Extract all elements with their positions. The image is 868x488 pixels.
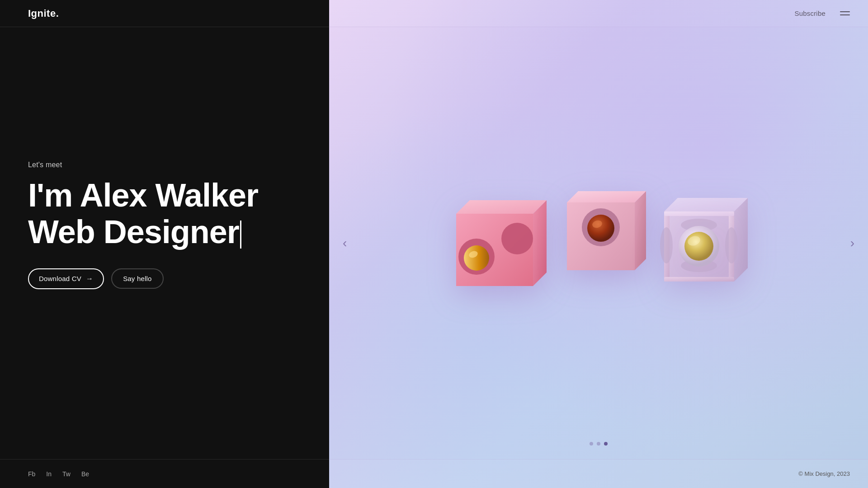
cube-2 [560,173,646,282]
hamburger-line-1 [840,11,850,12]
svg-point-4 [501,223,533,254]
say-hello-button[interactable]: Say hello [111,268,164,289]
hero-content: Let's meet I'm Alex Walker Web Designer … [0,27,329,459]
svg-marker-9 [567,191,646,202]
cursor-blink [240,221,241,248]
hero-title: I'm Alex Walker Web Designer [28,177,301,250]
hero-subtitle: Let's meet [28,161,301,169]
svg-rect-19 [664,277,734,282]
download-cv-button[interactable]: Download CV → [28,268,104,289]
hero-title-line2: Web Designer [28,214,239,250]
svg-marker-2 [456,200,547,214]
cubes-container [447,173,750,295]
hero-title-line1: I'm Alex Walker [28,177,258,213]
top-bar-left: Ignite. [0,0,329,27]
svg-rect-18 [664,211,734,216]
carousel-next-button[interactable]: › [846,231,859,255]
social-link-be[interactable]: Be [81,470,89,478]
dot-3[interactable] [604,442,608,446]
dot-1[interactable] [590,442,593,446]
illustration-area: ‹ [329,27,868,459]
say-hello-label: Say hello [123,275,152,282]
svg-point-5 [464,245,489,271]
left-panel: Ignite. Let's meet I'm Alex Walker Web D… [0,0,329,488]
right-panel: Subscribe ‹ [329,0,868,488]
subscribe-link[interactable]: Subscribe [794,9,826,17]
next-icon: › [850,236,854,250]
hero-buttons: Download CV → Say hello [28,268,301,289]
logo: Ignite. [28,8,59,19]
prev-icon: ‹ [343,236,347,250]
svg-point-11 [587,215,614,242]
hamburger-menu[interactable] [840,11,850,15]
svg-marker-1 [533,200,547,286]
hamburger-line-2 [840,14,850,15]
cube-1 [447,178,547,295]
social-link-fb[interactable]: Fb [28,470,35,478]
svg-marker-15 [664,198,748,211]
download-cv-label: Download CV [39,275,81,282]
top-bar-right: Subscribe [329,0,868,27]
carousel-prev-button[interactable]: ‹ [338,231,351,255]
copyright-text: © Mix Design, 2023 [798,470,850,477]
dot-2[interactable] [597,442,600,446]
svg-point-25 [684,232,713,261]
carousel-dots [590,442,608,446]
social-link-tw[interactable]: Tw [62,470,71,478]
page-layout: Ignite. Let's meet I'm Alex Walker Web D… [0,0,868,488]
cube-3 [660,178,750,291]
svg-marker-8 [635,191,646,270]
arrow-icon: → [86,275,93,283]
svg-point-22 [660,227,673,263]
footer-left: Fb In Tw Be [0,459,329,488]
social-link-in[interactable]: In [46,470,52,478]
svg-point-23 [725,227,738,263]
footer-right: © Mix Design, 2023 [329,459,868,488]
